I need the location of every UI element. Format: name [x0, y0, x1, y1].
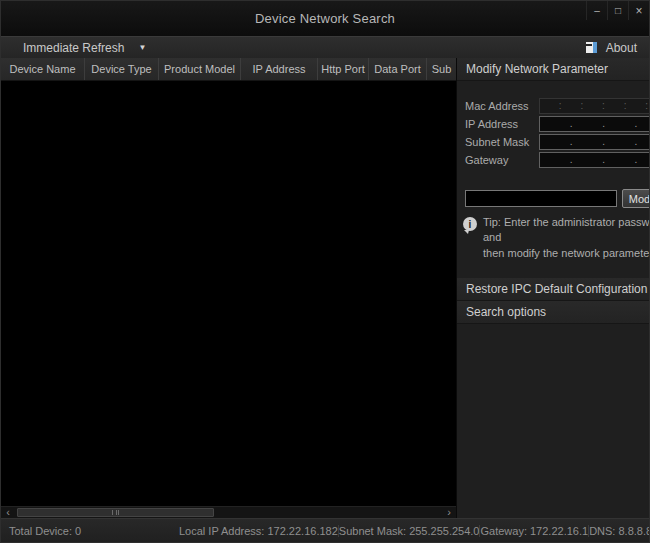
section-search-options[interactable]: Search options ▼: [457, 301, 650, 324]
table-header-row: Device Name Device Type Product Model IP…: [1, 58, 456, 81]
column-header-product-model[interactable]: Product Model: [159, 58, 241, 80]
tip-note: i Tip: Enter the administrator password,…: [463, 215, 650, 261]
minimize-button[interactable]: –: [586, 1, 607, 20]
section-title: Search options: [466, 305, 546, 319]
panel-empty-space: [457, 324, 650, 518]
tip-text: Tip: Enter the administrator password, a…: [483, 215, 650, 261]
about-icon: [586, 42, 597, 53]
column-header-ip-address[interactable]: IP Address: [241, 58, 318, 80]
scroll-left-button[interactable]: ‹: [1, 507, 15, 518]
column-header-http-port[interactable]: Http Port: [318, 58, 369, 80]
gateway-row: Gateway ...: [465, 152, 650, 168]
subnet-mask-field[interactable]: ...: [539, 134, 650, 150]
ip-address-row: IP Address ...: [465, 116, 650, 132]
section-title: Modify Network Parameter: [466, 62, 608, 76]
gateway-label: Gateway: [465, 154, 539, 166]
panel-gap: [457, 261, 650, 278]
column-header-subnet[interactable]: Sub: [427, 58, 456, 80]
device-table: Device Name Device Type Product Model IP…: [1, 58, 456, 518]
modify-button[interactable]: Modify: [622, 189, 650, 208]
refresh-mode-dropdown[interactable]: Immediate Refresh ▼: [1, 41, 146, 55]
status-gateway: Gateway: 172.22.16.1: [480, 525, 588, 537]
section-title: Restore IPC Default Configuration: [466, 282, 647, 296]
password-row: Modify: [465, 189, 650, 208]
section-modify-network-parameter[interactable]: Modify Network Parameter ▲: [457, 58, 650, 81]
scrollbar-track[interactable]: [15, 507, 442, 518]
scrollbar-thumb[interactable]: [17, 508, 214, 517]
info-icon: i: [463, 217, 477, 231]
status-subnet-mask: Subnet Mask: 255.255.254.0: [339, 525, 480, 537]
about-button[interactable]: About: [586, 41, 649, 55]
toolbar: Immediate Refresh ▼ About: [1, 36, 649, 58]
ip-address-label: IP Address: [465, 118, 539, 130]
mac-address-row: Mac Address :::::: [465, 98, 650, 114]
mac-address-label: Mac Address: [465, 100, 539, 112]
mac-address-field: :::::: [539, 98, 650, 114]
title-bar: Device Network Search – □ ×: [1, 1, 649, 36]
close-button[interactable]: ×: [628, 1, 649, 20]
app-window: Device Network Search – □ × Immediate Re…: [0, 0, 650, 543]
gateway-field[interactable]: ...: [539, 152, 650, 168]
maximize-button[interactable]: □: [607, 1, 628, 20]
refresh-mode-label: Immediate Refresh: [23, 41, 124, 55]
side-panel: Modify Network Parameter ▲ Mac Address :…: [456, 58, 650, 518]
column-header-data-port[interactable]: Data Port: [369, 58, 427, 80]
device-list-empty: [1, 81, 456, 506]
horizontal-scrollbar: ‹ ›: [1, 506, 456, 518]
about-label: About: [606, 41, 637, 55]
section-restore-ipc-default[interactable]: Restore IPC Default Configuration ▼: [457, 278, 650, 301]
admin-password-input[interactable]: [465, 190, 617, 207]
ip-address-field[interactable]: ...: [539, 116, 650, 132]
chevron-down-icon: ▼: [138, 43, 146, 52]
subnet-mask-label: Subnet Mask: [465, 136, 539, 148]
column-header-device-type[interactable]: Device Type: [85, 58, 159, 80]
subnet-mask-row: Subnet Mask ...: [465, 134, 650, 150]
window-title: Device Network Search: [255, 11, 395, 26]
status-local-ip: Local IP Address: 172.22.16.182: [179, 525, 338, 537]
window-controls: – □ ×: [586, 1, 649, 20]
status-total-device: Total Device: 0: [1, 525, 179, 537]
column-header-device-name[interactable]: Device Name: [1, 58, 85, 80]
status-bar: Total Device: 0 Local IP Address: 172.22…: [1, 518, 649, 542]
scroll-right-button[interactable]: ›: [442, 507, 456, 518]
thumb-grip-icon: [112, 510, 119, 515]
modify-network-form: Mac Address ::::: IP Address ... Subnet …: [457, 81, 650, 170]
main-area: Device Name Device Type Product Model IP…: [1, 58, 649, 518]
status-dns: DNS: 8.8.8.8: [589, 525, 650, 537]
